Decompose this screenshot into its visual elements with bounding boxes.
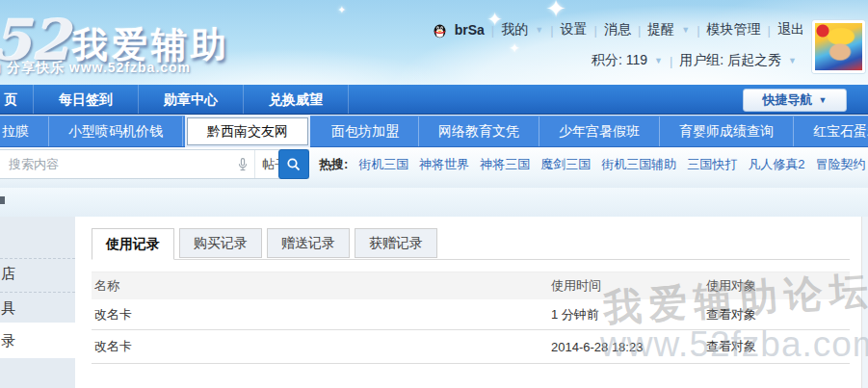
nav-item-medal-center[interactable]: 勋章中心 [139, 85, 244, 114]
search-bar-section: 帖子 ▼ 热搜: 街机三国 神将世界 神将三国 魔剑三国 街机三国辅助 三国快打… [0, 147, 868, 188]
column-header-usage-time: 使用时间 [551, 277, 601, 295]
hot-search-link[interactable]: 三国快打 [687, 156, 737, 173]
ad-link[interactable]: 面包坊加盟 [312, 116, 419, 146]
truncated-text-fragment [0, 196, 5, 204]
separator: | [670, 54, 672, 68]
user-group[interactable]: 用户组: 后起之秀 [679, 52, 781, 69]
chevron-down-icon: ▼ [788, 56, 797, 65]
tab-gift-received-records[interactable]: 获赠记录 [355, 228, 437, 258]
separator: | [550, 23, 553, 38]
main-navbar: 页 每日签到 勋章中心 兑换威望 快捷导航 ▼ [0, 85, 868, 115]
page: ✦ ✦ ✦ ✦ 52 我爱辅助 辅助 分享快乐 www.52fzba.com b… [0, 0, 868, 388]
user-menu-area: brSa | 我的 ▼ | 设置 | 消息 | 提醒 ▼ | 模块管理 | 退出… [432, 21, 804, 69]
menu-item-mine[interactable]: 我的 [501, 21, 528, 39]
chevron-down-icon: ▼ [654, 56, 663, 65]
separator: | [491, 23, 494, 38]
site-header: ✦ ✦ ✦ ✦ 52 我爱辅助 辅助 分享快乐 www.52fzba.com b… [0, 0, 868, 85]
table-row: 改名卡 2014-6-28 18:23 查看对象 [92, 330, 850, 364]
avatar[interactable] [812, 20, 865, 73]
user-stats-row: 积分: 119 ▼ | 用户组: 后起之秀 ▼ [432, 52, 804, 69]
records-panel: 使用记录 购买记录 赠送记录 获赠记录 名称 使用时间 使用对象 改名卡 1 分… [75, 217, 862, 388]
ad-link[interactable]: 拉膜 [0, 116, 49, 146]
separator: | [638, 23, 641, 38]
sidebar-item-shop[interactable]: 店 [1, 265, 15, 283]
site-tagline: 辅助 分享快乐 www.52fzba.com [0, 60, 191, 77]
separator: | [594, 23, 597, 38]
chevron-down-icon: ▼ [819, 95, 828, 105]
sidebar-item-records-label: 录 [1, 332, 15, 350]
hot-search-list: 热搜: 街机三国 神将世界 神将三国 魔剑三国 街机三国辅助 三国快打 凡人修真… [319, 156, 868, 173]
column-header-name: 名称 [94, 277, 119, 295]
nav-item-daily-signin[interactable]: 每日签到 [34, 85, 139, 114]
qq-penguin-icon [432, 22, 448, 39]
search-box: 帖子 ▼ [0, 149, 309, 179]
record-tabs: 使用记录 购买记录 赠送记录 获赠记录 [92, 228, 437, 260]
ad-link[interactable]: 网络教育文凭 [419, 116, 539, 146]
column-header-usage-target: 使用对象 [706, 277, 756, 295]
hot-search-link[interactable]: 魔剑三国 [540, 156, 591, 173]
hot-search-link[interactable]: 神将三国 [480, 156, 530, 173]
chevron-down-icon: ▼ [681, 25, 690, 35]
nav-item-home[interactable]: 页 [0, 85, 34, 114]
menu-item-logout[interactable]: 退出 [777, 21, 804, 39]
sidebar-item-props[interactable]: 具 [1, 299, 15, 318]
tab-gift-sent-records[interactable]: 赠送记录 [267, 228, 350, 258]
quick-nav-label: 快捷导航 [763, 91, 813, 109]
microphone-icon[interactable] [235, 157, 254, 172]
ad-link[interactable]: 育婴师成绩查询 [660, 116, 794, 146]
sidebar-item-records-active[interactable]: 录 [0, 323, 75, 358]
tab-usage-records[interactable]: 使用记录 [92, 228, 174, 260]
menu-item-messages[interactable]: 消息 [604, 21, 631, 39]
tabs-underline [92, 259, 850, 260]
menu-item-reminders[interactable]: 提醒 [647, 21, 674, 39]
usage-time: 1 分钟前 [551, 306, 599, 323]
ad-link-active[interactable]: 黔西南交友网 [187, 117, 308, 145]
search-icon [286, 157, 302, 172]
sidebar: 店 具 录 [0, 217, 75, 388]
star-decoration-icon: ✦ [337, 4, 346, 16]
username[interactable]: brSa [455, 22, 485, 38]
usage-time: 2014-6-28 18:23 [551, 340, 643, 354]
user-menu-row: brSa | 我的 ▼ | 设置 | 消息 | 提醒 ▼ | 模块管理 | 退出 [432, 21, 804, 39]
hot-search-link[interactable]: 凡人修真2 [748, 156, 804, 173]
separator: | [768, 23, 771, 38]
ad-link[interactable]: 少年宫暑假班 [539, 116, 660, 146]
breadcrumb-strip [0, 188, 868, 217]
hot-search-link[interactable]: 街机三国辅助 [601, 156, 676, 173]
search-input[interactable] [0, 151, 235, 177]
table-row: 改名卡 1 分钟前 查看对象 [92, 299, 850, 330]
item-name: 改名卡 [94, 338, 132, 355]
nav-item-exchange-prestige[interactable]: 兑换威望 [244, 85, 349, 114]
item-name: 改名卡 [94, 306, 132, 323]
hot-search-label: 热搜: [319, 156, 348, 173]
table-header-row: 名称 使用时间 使用对象 [92, 272, 850, 299]
menu-item-settings[interactable]: 设置 [561, 21, 588, 39]
quick-nav-button[interactable]: 快捷导航 ▼ [743, 89, 847, 112]
user-score[interactable]: 积分: 119 [592, 52, 647, 69]
separator: | [697, 23, 699, 38]
search-button[interactable] [278, 149, 309, 179]
ad-link[interactable]: 红宝石蛋糕加盟 [794, 116, 868, 146]
ad-link[interactable]: 小型喷码机价钱 [49, 116, 183, 146]
content-area: 店 具 录 使用记录 购买记录 赠送记录 获赠记录 名称 使用时间 使用对象 改… [0, 217, 868, 388]
view-target-link[interactable]: 查看对象 [706, 338, 756, 355]
tab-purchase-records[interactable]: 购买记录 [179, 228, 262, 258]
view-target-link[interactable]: 查看对象 [706, 306, 756, 323]
sidebar-divider [0, 292, 75, 293]
ad-link-bar: 拉膜 小型喷码机价钱 黔西南交友网 面包坊加盟 网络教育文凭 少年宫暑假班 育婴… [0, 116, 868, 147]
sidebar-divider [0, 258, 75, 259]
hot-search-link[interactable]: 街机三国 [358, 156, 408, 173]
hot-search-link[interactable]: 冒险契约 [816, 156, 866, 173]
chevron-down-icon: ▼ [535, 25, 543, 35]
hot-search-link[interactable]: 神将世界 [419, 156, 469, 173]
menu-item-module-management[interactable]: 模块管理 [707, 21, 761, 39]
